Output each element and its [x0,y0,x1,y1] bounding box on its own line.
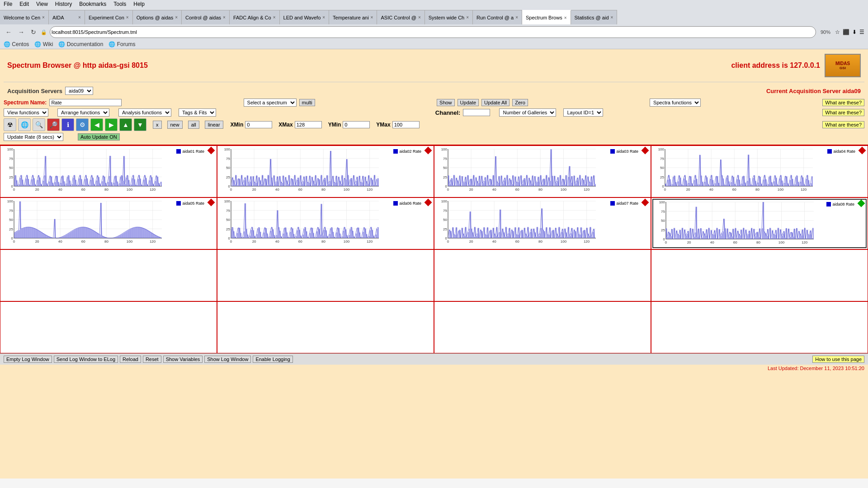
down-arrow-icon[interactable]: ▼ [134,118,146,131]
tab-fadc[interactable]: FADC Align & Co× [230,10,280,24]
bookmark-wiki[interactable]: 🌐 Wiki [34,41,53,47]
chart-canvas-6[interactable] [218,199,381,246]
reload-button[interactable]: ↻ [29,28,38,37]
xmin-input[interactable] [245,121,272,128]
back-button[interactable]: ← [4,28,14,37]
update-all-button[interactable]: Update All [481,99,509,106]
update-rate-select[interactable]: Update Rate (8 secs) [4,133,63,141]
gallery-cell-1[interactable]: aida01 Rate [0,145,217,197]
bookmark-centos[interactable]: 🌐 Centos [4,41,29,47]
settings-icon[interactable]: ⚙ [76,118,89,131]
gallery-cell-6[interactable]: aida06 Rate [217,197,434,249]
reset-button[interactable]: Reset [143,356,161,363]
download-icon[interactable]: ⬇ [852,29,857,35]
tab-statistics[interactable]: Statistics @ aid× [571,10,618,24]
what-are-these-3-button[interactable]: What are these? [822,121,864,128]
acq-servers-row: Acquisition Servers aida09 Current Acqui… [0,85,868,97]
xmax-input[interactable] [295,121,322,128]
menu-edit[interactable]: Edit [19,1,29,7]
channel-input[interactable] [463,109,490,116]
arrange-functions-select[interactable]: Arrange functions [57,108,109,117]
tab-temperature[interactable]: Temperature ani× [329,10,377,24]
linear-button[interactable]: linear [205,121,223,129]
chart-canvas-3[interactable] [435,147,598,194]
bookmark-forums[interactable]: 🌐 Forums [108,41,135,47]
reload-button-bottom[interactable]: Reload [120,356,141,363]
menu-tools[interactable]: Tools [113,1,126,7]
chart-canvas-1[interactable] [1,147,164,194]
show-button[interactable]: Show [437,99,455,106]
radiation-icon[interactable]: ☢ [4,118,16,131]
tab-led[interactable]: LED and Wavefo× [280,10,330,24]
tab-experiment[interactable]: Experiment Con× [85,10,133,24]
gallery-cell-5[interactable]: aida05 Rate [0,197,217,249]
menu-history[interactable]: History [55,1,72,7]
left-arrow-icon[interactable]: ◀ [90,118,103,131]
show-log-button[interactable]: Show Log Window [204,356,251,363]
tab-aida[interactable]: AIDA× [49,10,85,24]
ymin-input[interactable] [343,121,370,128]
layout-id-select[interactable]: Layout ID=1 [563,108,603,117]
chart-label-6: aida06 Rate [392,201,423,206]
chart-canvas-7[interactable] [435,199,598,246]
zoom-in-icon[interactable]: 🔍 [33,118,45,131]
chart-canvas-5[interactable] [1,199,164,246]
tab-options[interactable]: Options @ aidas× [133,10,182,24]
spectra-functions-select[interactable]: Spectra functions [650,99,701,107]
chart-canvas-8[interactable] [653,200,816,247]
chart-label-8: aida08 Rate [825,202,856,207]
gallery-cell-13 [0,301,217,353]
gallery-cell-7[interactable]: aida07 Rate [434,197,651,249]
zero-button[interactable]: Zero [512,99,528,106]
status-diamond-3 [642,147,649,155]
menu-icon[interactable]: ☰ [859,29,864,35]
gallery-cell-4[interactable]: aida04 Rate [651,145,868,197]
tab-welcome[interactable]: Welcome to Cen× [0,10,49,24]
zoom-out-icon[interactable]: 🔎 [47,118,60,131]
acq-server-select[interactable]: aida09 [65,87,93,95]
analysis-functions-select[interactable]: Analysis functions [118,108,171,117]
chart-canvas-4[interactable] [652,147,815,194]
client-address: client address is 127.0.0.1 [731,61,820,70]
forward-button[interactable]: → [16,28,26,37]
menu-view[interactable]: View [36,1,48,7]
globe-icon[interactable]: 🌐 [18,118,31,131]
menu-help[interactable]: Help [133,1,145,7]
what-are-these-1-button[interactable]: What are these? [822,99,864,106]
num-galleries-select[interactable]: Number of Galleries [499,108,556,117]
tags-fits-select[interactable]: Tags & Fits [179,108,216,117]
select-spectrum-dropdown[interactable]: Select a spectrum [244,99,297,107]
multi-button[interactable]: multi [299,99,315,106]
tab-spectrum[interactable]: Spectrum Brows× [522,10,571,24]
right-arrow-icon[interactable]: ▶ [105,118,118,131]
menu-file[interactable]: File [4,1,12,7]
spectrum-name-input[interactable] [49,99,122,106]
how-to-use-button[interactable]: How to use this page [812,356,864,363]
up-arrow-icon[interactable]: ▲ [119,118,132,131]
all-button[interactable]: all [188,121,199,129]
bookmark-star-icon[interactable]: ☆ [835,29,840,35]
show-variables-button[interactable]: Show Variables [163,356,203,363]
info-icon[interactable]: ℹ [61,118,74,131]
ymax-input[interactable] [392,121,420,128]
send-log-button[interactable]: Send Log Window to ELog [54,356,118,363]
tab-asic[interactable]: ASIC Control @× [377,10,425,24]
gallery-cell-3[interactable]: aida03 Rate [434,145,651,197]
what-are-these-2-button[interactable]: What are these? [822,109,864,116]
update-button[interactable]: Update [458,99,479,106]
auto-update-button[interactable]: Auto Update ON [78,133,120,141]
gallery-cell-8[interactable]: aida08 Rate [651,197,868,249]
menu-bookmarks[interactable]: Bookmarks [79,1,106,7]
tab-runcontrol[interactable]: Run Control @ a× [473,10,522,24]
bookmark-documentation[interactable]: 🌐 Documentation [58,41,103,47]
x-button[interactable]: x [153,121,162,129]
chart-canvas-2[interactable] [218,147,381,194]
new-button[interactable]: new [167,121,183,129]
empty-log-button[interactable]: Empty Log Window [4,356,52,363]
tab-control[interactable]: Control @ aidas× [182,10,230,24]
address-input[interactable] [50,26,816,38]
tab-system[interactable]: System wide Ch× [425,10,473,24]
view-functions-select[interactable]: View functions [4,108,48,117]
gallery-cell-2[interactable]: aida02 Rate [217,145,434,197]
enable-logging-button[interactable]: Enable Logging [253,356,292,363]
